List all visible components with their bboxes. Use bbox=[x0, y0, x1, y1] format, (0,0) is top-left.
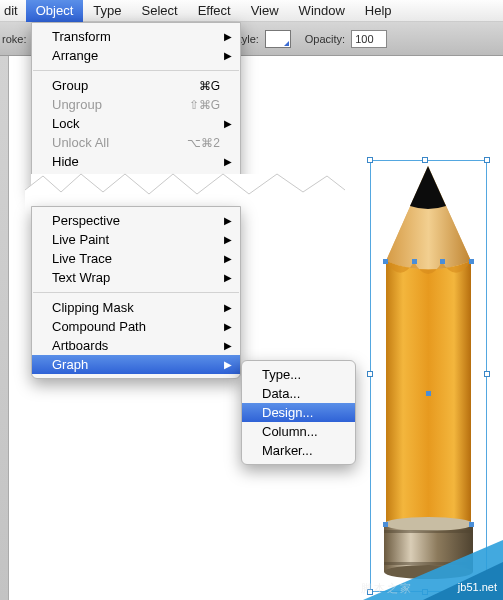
menu-item-artboards[interactable]: Artboards▶ bbox=[32, 336, 240, 355]
submenu-item-type[interactable]: Type... bbox=[242, 365, 355, 384]
menu-edit[interactable]: dit bbox=[0, 0, 26, 22]
menu-window[interactable]: Window bbox=[289, 0, 355, 22]
anchor-point[interactable] bbox=[426, 391, 431, 396]
opacity-label: Opacity: bbox=[305, 33, 345, 45]
submenu-arrow-icon: ▶ bbox=[224, 118, 232, 129]
menu-type[interactable]: Type bbox=[83, 0, 131, 22]
submenu-item-data[interactable]: Data... bbox=[242, 384, 355, 403]
selection-handle[interactable] bbox=[367, 371, 373, 377]
selection-bbox bbox=[370, 160, 487, 592]
selection-handle[interactable] bbox=[484, 157, 490, 163]
menu-item-arrange[interactable]: Arrange▶ bbox=[32, 46, 240, 65]
tool-panel-edge bbox=[0, 56, 9, 600]
style-swatch[interactable] bbox=[265, 30, 291, 48]
submenu-item-design[interactable]: Design... bbox=[242, 403, 355, 422]
anchor-point[interactable] bbox=[412, 259, 417, 264]
submenu-arrow-icon: ▶ bbox=[224, 50, 232, 61]
submenu-arrow-icon: ▶ bbox=[224, 215, 232, 226]
submenu-arrow-icon: ▶ bbox=[224, 340, 232, 351]
submenu-arrow-icon: ▶ bbox=[224, 31, 232, 42]
graph-submenu: Type... Data... Design... Column... Mark… bbox=[241, 360, 356, 465]
menu-object[interactable]: Object bbox=[26, 0, 84, 22]
menu-effect[interactable]: Effect bbox=[188, 0, 241, 22]
object-menu-dropdown-lower: Perspective▶ Live Paint▶ Live Trace▶ Tex… bbox=[31, 206, 241, 379]
watermark-cn: 脚本之家 bbox=[361, 581, 413, 596]
menu-item-transform[interactable]: Transform▶ bbox=[32, 27, 240, 46]
menu-help[interactable]: Help bbox=[355, 0, 402, 22]
submenu-arrow-icon: ▶ bbox=[224, 234, 232, 245]
anchor-point[interactable] bbox=[383, 522, 388, 527]
submenu-arrow-icon: ▶ bbox=[224, 156, 232, 167]
menu-view[interactable]: View bbox=[241, 0, 289, 22]
anchor-point[interactable] bbox=[440, 259, 445, 264]
submenu-arrow-icon: ▶ bbox=[224, 321, 232, 332]
menu-separator bbox=[33, 70, 239, 71]
menu-item-unlock-all: Unlock All⌥⌘2 bbox=[32, 133, 240, 152]
watermark: 脚本之家 jb51.net bbox=[353, 530, 503, 600]
menu-separator bbox=[33, 292, 239, 293]
selected-object-pencil[interactable] bbox=[376, 166, 481, 586]
submenu-item-column[interactable]: Column... bbox=[242, 422, 355, 441]
menu-select[interactable]: Select bbox=[132, 0, 188, 22]
opacity-input[interactable]: 100 bbox=[351, 30, 387, 48]
menu-item-ungroup: Ungroup⇧⌘G bbox=[32, 95, 240, 114]
menu-item-clipping-mask[interactable]: Clipping Mask▶ bbox=[32, 298, 240, 317]
menu-item-compound-path[interactable]: Compound Path▶ bbox=[32, 317, 240, 336]
selection-handle[interactable] bbox=[422, 157, 428, 163]
stroke-label: roke: bbox=[2, 33, 26, 45]
submenu-arrow-icon: ▶ bbox=[224, 253, 232, 264]
selection-handle[interactable] bbox=[367, 157, 373, 163]
submenu-arrow-icon: ▶ bbox=[224, 359, 232, 370]
submenu-arrow-icon: ▶ bbox=[224, 302, 232, 313]
menu-item-group[interactable]: Group⌘G bbox=[32, 76, 240, 95]
menu-item-text-wrap[interactable]: Text Wrap▶ bbox=[32, 268, 240, 287]
anchor-point[interactable] bbox=[469, 522, 474, 527]
menu-item-lock[interactable]: Lock▶ bbox=[32, 114, 240, 133]
watermark-site: jb51.net bbox=[458, 580, 497, 594]
selection-handle[interactable] bbox=[484, 371, 490, 377]
anchor-point[interactable] bbox=[383, 259, 388, 264]
menu-item-live-trace[interactable]: Live Trace▶ bbox=[32, 249, 240, 268]
menu-item-live-paint[interactable]: Live Paint▶ bbox=[32, 230, 240, 249]
app-menubar: dit Object Type Select Effect View Windo… bbox=[0, 0, 503, 22]
anchor-point[interactable] bbox=[469, 259, 474, 264]
menu-item-perspective[interactable]: Perspective▶ bbox=[32, 211, 240, 230]
submenu-arrow-icon: ▶ bbox=[224, 272, 232, 283]
submenu-item-marker[interactable]: Marker... bbox=[242, 441, 355, 460]
menu-item-graph[interactable]: Graph▶ bbox=[32, 355, 240, 374]
